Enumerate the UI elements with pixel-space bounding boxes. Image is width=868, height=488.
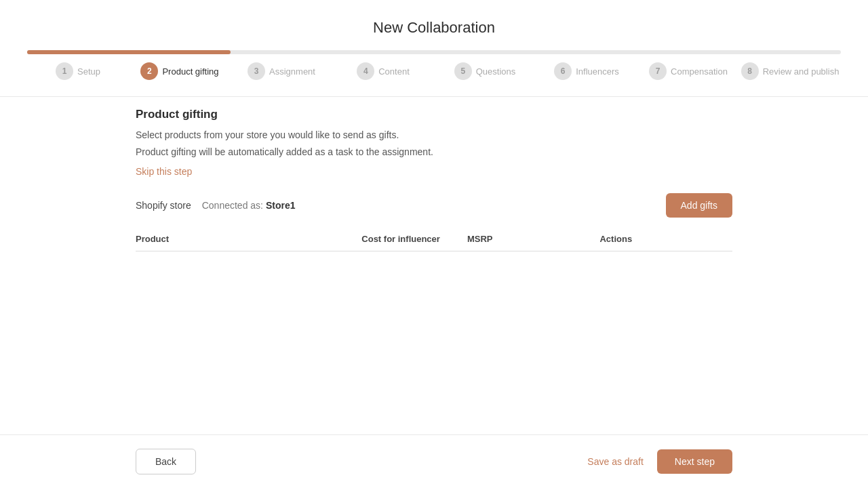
step-circle-4: 4 [357, 62, 374, 80]
section-divider [0, 96, 868, 97]
progress-section: 1 Setup 2 Product gifting 3 Assignment 4… [0, 50, 868, 80]
step-item-1[interactable]: 1 Setup [27, 62, 129, 80]
step-item-5[interactable]: 5 Questions [434, 62, 536, 80]
section-desc-line1: Select products from your store you woul… [136, 128, 732, 142]
progress-bar-track [27, 50, 841, 54]
step-circle-1: 1 [56, 62, 73, 80]
step-item-8[interactable]: 8 Review and publish [739, 62, 841, 80]
step-circle-2: 2 [140, 62, 158, 80]
col-product-header: Product [136, 234, 334, 244]
step-circle-5: 5 [454, 62, 472, 80]
step-label-8: Review and publish [763, 66, 840, 77]
step-circle-6: 6 [554, 62, 572, 80]
step-item-4[interactable]: 4 Content [332, 62, 434, 80]
step-item-3[interactable]: 3 Assignment [231, 62, 332, 80]
shopify-store-label: Shopify store [136, 200, 191, 211]
page-title: New Collaboration [0, 0, 868, 50]
section-desc-line2: Product gifting will be automatically ad… [136, 145, 732, 159]
progress-bar-fill [27, 50, 231, 54]
step-circle-8: 8 [741, 62, 759, 80]
table-header: Product Cost for influencer MSRP Actions [136, 234, 732, 251]
content-area: Product gifting Select products from you… [0, 108, 868, 434]
col-cost-header: Cost for influencer [334, 234, 467, 244]
step-circle-3: 3 [248, 62, 265, 80]
save-draft-button[interactable]: Save as draft [587, 456, 644, 467]
col-actions-header: Actions [599, 234, 732, 244]
shopify-row: Shopify store Connected as: Store1 Add g… [136, 193, 732, 218]
footer: Back Save as draft Next step [0, 434, 868, 488]
steps-row: 1 Setup 2 Product gifting 3 Assignment 4… [27, 62, 841, 80]
skip-this-step-link[interactable]: Skip this step [136, 166, 192, 177]
step-item-6[interactable]: 6 Influencers [536, 62, 637, 80]
back-button[interactable]: Back [136, 449, 196, 474]
col-msrp-header: MSRP [467, 234, 600, 244]
section-title: Product gifting [136, 108, 732, 121]
store-name: Store1 [266, 200, 296, 211]
step-label-3: Assignment [269, 66, 315, 77]
step-label-6: Influencers [576, 66, 619, 77]
connected-as-text: Connected as: Store1 [202, 200, 296, 211]
next-step-button[interactable]: Next step [657, 449, 732, 474]
step-label-2: Product gifting [162, 66, 218, 77]
step-label-1: Setup [77, 66, 100, 77]
step-label-7: Compensation [671, 66, 728, 77]
step-circle-7: 7 [649, 62, 667, 80]
step-item-7[interactable]: 7 Compensation [637, 62, 739, 80]
step-item-2[interactable]: 2 Product gifting [129, 62, 231, 80]
add-gifts-button[interactable]: Add gifts [666, 193, 732, 218]
step-label-5: Questions [476, 66, 516, 77]
footer-right: Save as draft Next step [587, 449, 732, 474]
step-label-4: Content [378, 66, 410, 77]
